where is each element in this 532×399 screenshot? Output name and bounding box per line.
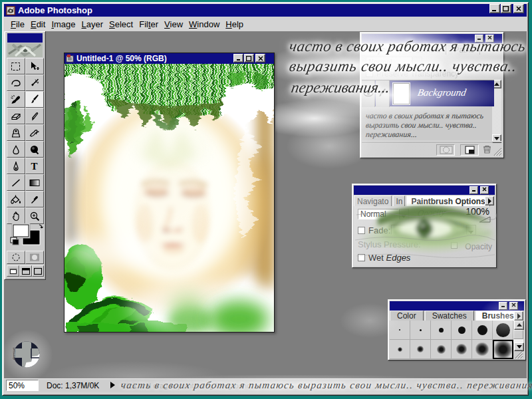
svg-text:T: T: [31, 162, 38, 171]
svg-text:demiart: demiart: [12, 347, 16, 360]
